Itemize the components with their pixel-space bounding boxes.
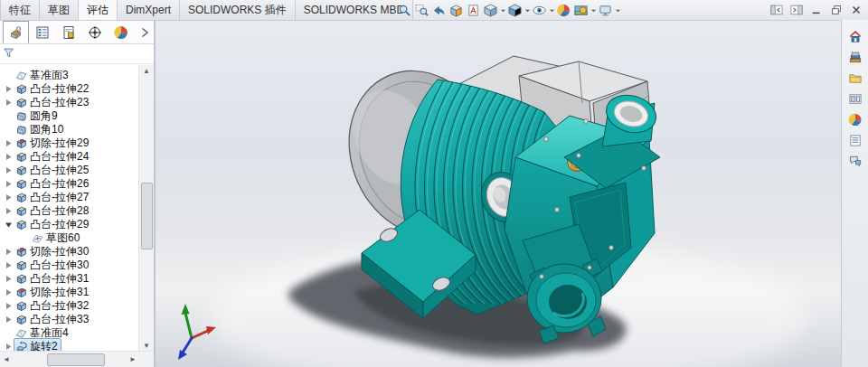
expander-spacer — [4, 125, 14, 135]
manager-tab-featuremanager[interactable] — [3, 21, 29, 43]
expand-arrow-icon[interactable] — [4, 206, 14, 216]
pump-3d-model[interactable] — [156, 20, 841, 367]
dropdown-caret-icon[interactable] — [590, 1, 597, 19]
task-pane — [841, 20, 868, 367]
horizontal-scroll-thumb[interactable] — [47, 353, 105, 366]
expand-arrow-icon[interactable] — [4, 274, 14, 284]
manager-tab-displaymanager[interactable] — [108, 21, 134, 43]
manager-tab-dimxpertmanager[interactable] — [81, 21, 108, 43]
top-toolbar: 特征草图评估DimXpertSOLIDWORKS 插件SOLIDWORKS MB… — [0, 0, 868, 21]
expander-spacer — [4, 111, 14, 121]
scroll-left-button[interactable]: ◄ — [0, 352, 13, 366]
manager-tab-configurationmanager[interactable] — [55, 21, 81, 43]
commandmanager-tab-草图[interactable]: 草图 — [40, 0, 79, 20]
appearances-scenes-button[interactable] — [844, 111, 866, 128]
expand-arrow-icon[interactable] — [4, 179, 14, 189]
hide-show-items-button[interactable] — [531, 1, 548, 19]
filter-funnel-icon — [3, 47, 14, 61]
manager-tab-strip — [0, 20, 154, 44]
expander-spacer — [4, 71, 14, 80]
expand-arrow-icon[interactable] — [4, 138, 14, 148]
pane-right-button[interactable] — [789, 4, 803, 17]
window-controls — [769, 0, 863, 20]
heads-up-view-toolbar — [396, 0, 621, 20]
vertical-scroll-thumb[interactable] — [141, 183, 153, 249]
restore-button[interactable] — [829, 4, 843, 17]
solidworks-forum-button[interactable] — [844, 153, 866, 170]
dropdown-caret-icon[interactable] — [524, 1, 531, 19]
commandmanager-tab-solidworks-插件[interactable]: SOLIDWORKS 插件 — [180, 0, 296, 20]
tree-item-label: 旋转2 — [30, 339, 58, 352]
expand-arrow-icon[interactable] — [4, 84, 14, 94]
feature-filter-row — [0, 44, 154, 64]
expand-arrow-icon[interactable] — [4, 98, 14, 108]
expand-arrow-icon[interactable] — [4, 315, 14, 325]
boss-feature-icon — [15, 219, 27, 231]
close-button[interactable] — [849, 4, 863, 17]
file-explorer-button[interactable] — [844, 70, 866, 87]
tree-vertical-scrollbar[interactable]: ▲ ▼ — [138, 65, 154, 352]
expand-arrow-icon[interactable] — [4, 287, 14, 297]
expand-arrow-icon[interactable] — [4, 301, 14, 311]
view-palette-button[interactable] — [844, 90, 866, 108]
scroll-up-button[interactable]: ▲ — [139, 65, 154, 77]
previous-view-button[interactable] — [430, 1, 448, 19]
view-orientation-button[interactable] — [482, 1, 499, 19]
section-view-button[interactable] — [448, 1, 465, 19]
dropdown-caret-icon[interactable] — [614, 1, 621, 19]
expander-spacer — [4, 328, 14, 338]
view-settings-button[interactable] — [597, 1, 614, 19]
scroll-right-button[interactable]: ► — [127, 352, 139, 366]
feature-filter-input[interactable] — [17, 47, 151, 61]
tree-horizontal-scrollbar[interactable]: ◄ ► — [0, 351, 154, 367]
zoom-to-area-button[interactable] — [413, 1, 430, 19]
expand-arrow-icon[interactable] — [4, 260, 14, 270]
dropdown-caret-icon[interactable] — [499, 1, 506, 19]
display-style-button[interactable] — [506, 1, 524, 19]
tree-item-body[interactable]: 旋转2 — [14, 338, 61, 352]
expand-arrow-icon[interactable] — [4, 152, 14, 162]
custom-properties-button[interactable] — [844, 132, 866, 149]
feature-tree: 基准面3凸台-拉伸22凸台-拉伸23圆角9圆角10切除-拉伸29凸台-拉伸24凸… — [0, 65, 139, 352]
solidworks-resources-button[interactable] — [844, 28, 866, 45]
minimize-button[interactable] — [809, 4, 823, 17]
commandmanager-tab-评估[interactable]: 评估 — [79, 0, 118, 20]
design-library-button[interactable] — [844, 49, 866, 66]
panel-flyout-button[interactable] — [137, 21, 153, 43]
edit-appearance-button[interactable] — [555, 1, 572, 19]
pane-left-button[interactable] — [769, 4, 783, 17]
expand-arrow-icon[interactable] — [4, 220, 14, 230]
expand-arrow-icon[interactable] — [4, 247, 14, 257]
apply-scene-button[interactable] — [572, 1, 590, 19]
zoom-to-fit-button[interactable] — [396, 1, 413, 19]
expander-spacer — [20, 233, 30, 243]
feature-manager-panel: 基准面3凸台-拉伸22凸台-拉伸23圆角9圆角10切除-拉伸29凸台-拉伸24凸… — [0, 20, 156, 367]
manager-tab-propertymanager[interactable] — [29, 21, 55, 43]
annotation-view-button[interactable] — [465, 1, 482, 19]
commandmanager-tab-dimxpert[interactable]: DimXpert — [118, 0, 180, 20]
origin-triad — [172, 302, 219, 363]
expand-arrow-icon[interactable] — [4, 193, 14, 202]
expand-arrow-icon[interactable] — [4, 165, 14, 175]
commandmanager-tab-特征[interactable]: 特征 — [0, 0, 40, 20]
graphics-area[interactable] — [156, 20, 841, 367]
dropdown-caret-icon[interactable] — [548, 1, 555, 19]
